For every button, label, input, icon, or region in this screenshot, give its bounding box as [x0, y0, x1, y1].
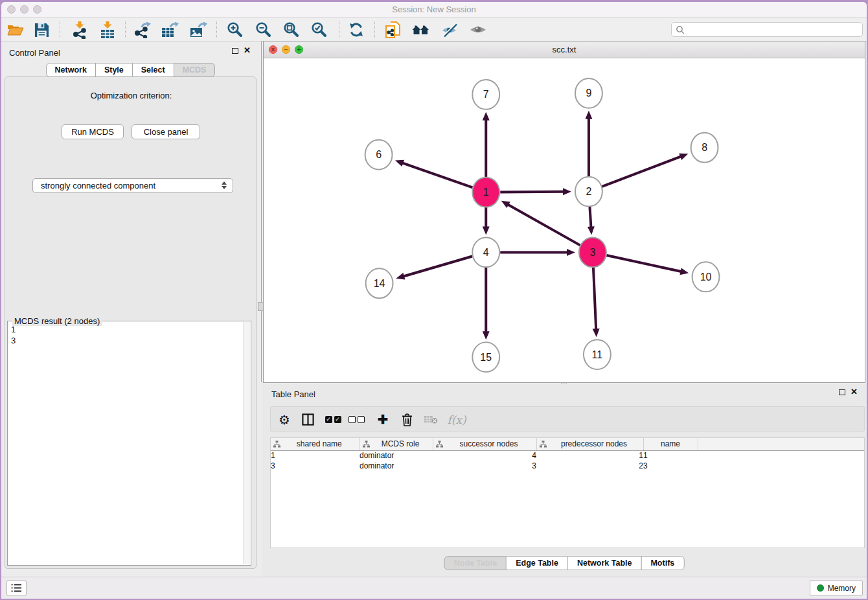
zoom-out-icon[interactable] [254, 20, 273, 40]
app-window: Session: New Session [1, 2, 867, 599]
graph-edge-arrowhead [679, 154, 688, 160]
export-network-icon[interactable] [132, 20, 152, 40]
optimization-criterion-label: Optimization criterion: [2, 91, 260, 100]
node-table-header-row: shared name MCDS role successor nodes pr… [271, 438, 864, 450]
network-canvas[interactable]: 1234678910111415 [264, 58, 865, 382]
graph-node-label-9: 9 [586, 87, 591, 98]
import-network-icon[interactable] [70, 20, 89, 40]
close-panel-button[interactable]: Close panel [131, 124, 200, 139]
import-table-icon[interactable] [98, 20, 117, 40]
window-minimize-button[interactable] [20, 5, 29, 14]
deselect-all-rows-icon[interactable] [347, 407, 366, 432]
graph-node-label-14: 14 [374, 278, 385, 289]
table-panel: Table Panel ✕ ⚙ ✓✓ ✚ f(x) [262, 384, 867, 577]
add-column-icon[interactable]: ✚ [373, 407, 393, 432]
graph-edge-arrowhead [588, 226, 595, 235]
table-cell[interactable]: 4 [433, 450, 536, 461]
memory-button[interactable]: Memory [810, 580, 863, 596]
table-cell[interactable]: 1 [536, 450, 643, 461]
graph-edge-3-10[interactable] [606, 255, 681, 271]
table-cell[interactable]: 1 [643, 450, 698, 461]
tab-style[interactable]: Style [95, 63, 133, 77]
optimization-criterion-select[interactable]: strongly connected component [32, 178, 233, 193]
refresh-icon[interactable] [347, 20, 366, 40]
graph-edge-3-11[interactable] [593, 266, 596, 330]
network-minimize-button[interactable]: − [282, 45, 290, 54]
column-header-successor-nodes[interactable]: successor nodes [433, 438, 536, 450]
tab-motifs[interactable]: Motifs [641, 556, 684, 570]
run-mcds-button[interactable]: Run MCDS [62, 124, 124, 139]
graph-edge-arrowhead [567, 249, 575, 256]
graph-edge-arrowhead [396, 273, 405, 280]
search-icon [676, 25, 685, 34]
tab-node-table[interactable]: Node Table [444, 556, 507, 570]
tab-select[interactable]: Select [132, 63, 174, 77]
window-title: Session: New Session [1, 2, 867, 17]
tab-mcds[interactable]: MCDS [174, 63, 216, 77]
column-header-shared-name[interactable]: shared name [271, 438, 360, 450]
status-bar: Memory [1, 577, 867, 599]
export-table-icon[interactable] [160, 20, 179, 40]
zoom-fit-icon[interactable] [282, 20, 301, 40]
save-session-icon[interactable] [32, 20, 51, 40]
graph-edge-1-2[interactable] [500, 192, 564, 192]
table-cell[interactable]: dominator [360, 450, 433, 461]
graph-edge-1-6[interactable] [402, 163, 472, 187]
control-panel-close-icon[interactable]: ✕ [244, 47, 251, 54]
window-zoom-button[interactable] [33, 5, 41, 14]
window-close-button[interactable] [7, 5, 16, 14]
table-cell-filler [698, 461, 864, 471]
hide-panels-icon[interactable] [439, 20, 459, 40]
table-row[interactable]: 3dominator323 [271, 461, 864, 471]
table-cell[interactable]: dominator [360, 461, 433, 471]
table-cell[interactable]: 2 [536, 461, 643, 471]
graph-edge-2-8[interactable] [602, 156, 681, 187]
main-toolbar [1, 18, 867, 41]
table-panel-float-icon[interactable] [839, 389, 845, 395]
column-view-icon[interactable] [298, 407, 317, 432]
select-all-rows-icon[interactable]: ✓✓ [323, 407, 343, 432]
zoom-selected-icon[interactable] [310, 20, 329, 40]
graph-node-label-1: 1 [483, 187, 489, 198]
delete-column-trash-icon[interactable] [397, 407, 417, 432]
home-networks-icon[interactable] [411, 20, 430, 40]
open-session-icon[interactable] [5, 20, 25, 40]
table-panel-title: Table Panel [271, 389, 315, 399]
network-graph[interactable]: 1234678910111415 [264, 58, 865, 382]
column-header-predecessor-nodes[interactable]: predecessor nodes [536, 438, 643, 450]
table-cell[interactable]: 3 [271, 461, 360, 471]
export-image-icon[interactable] [188, 20, 208, 40]
tab-edge-table[interactable]: Edge Table [506, 556, 568, 570]
control-panel-float-icon[interactable] [232, 48, 238, 54]
graph-edge-2-3[interactable] [589, 206, 591, 228]
table-cell[interactable]: 3 [643, 461, 698, 471]
graph-edge-arrowhead [585, 111, 592, 119]
select-stepper-icon [222, 181, 227, 189]
attribute-tree-icon [540, 441, 547, 448]
network-close-button[interactable]: × [269, 45, 277, 54]
search-box [671, 22, 863, 37]
graph-edge-4-14[interactable] [403, 257, 472, 277]
task-history-button[interactable] [6, 580, 27, 596]
criterion-value: strongly connected component [41, 181, 155, 190]
tab-network-table[interactable]: Network Table [567, 556, 642, 570]
network-window-titlebar[interactable]: × − + scc.txt [264, 41, 865, 58]
mcds-result-lines[interactable]: 1 3 [11, 324, 242, 346]
table-cell[interactable]: 3 [433, 461, 536, 471]
table-panel-close-icon[interactable]: ✕ [851, 389, 858, 395]
tab-network[interactable]: Network [46, 63, 96, 77]
mcds-result-line: 3 [11, 335, 242, 346]
graph-edge-3-1[interactable] [507, 204, 580, 245]
column-header-name[interactable]: name [643, 438, 698, 450]
mcds-result-scrollbar[interactable] [243, 322, 250, 564]
table-settings-gear-icon[interactable]: ⚙ [275, 407, 294, 432]
delete-table-icon [421, 407, 440, 432]
show-eye-icon[interactable] [468, 20, 488, 40]
column-header-mcds-role[interactable]: MCDS role [360, 438, 433, 450]
zoom-in-icon[interactable] [225, 20, 245, 40]
network-zoom-button[interactable]: + [295, 45, 303, 54]
table-cell[interactable]: 1 [271, 450, 360, 461]
table-row[interactable]: 1dominator411 [271, 450, 864, 461]
network-file-icon[interactable] [383, 20, 402, 40]
search-input[interactable] [685, 23, 862, 36]
